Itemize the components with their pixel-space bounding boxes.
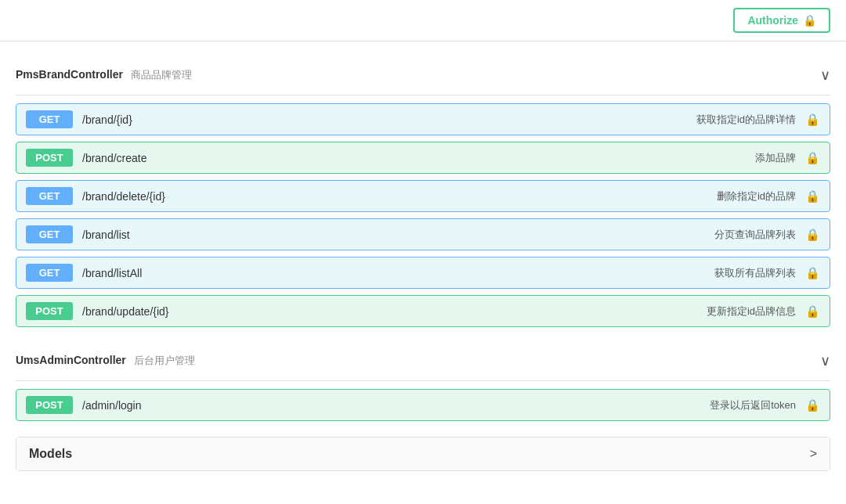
method-badge: POST [26,396,73,414]
lock-icon: 🔒 [803,14,816,27]
endpoint-row[interactable]: GET/brand/listAll获取所有品牌列表🔒 [16,257,830,289]
models-chevron-icon: > [810,447,817,461]
controller-chevron-icon: ∨ [820,352,830,369]
endpoint-path: /brand/update/{id} [82,305,692,318]
models-title: Models [29,447,72,461]
endpoint-lock-icon: 🔒 [805,266,820,280]
endpoint-row[interactable]: GET/brand/{id}获取指定id的品牌详情🔒 [16,103,830,135]
method-badge: GET [26,187,73,205]
controllers-container: PmsBrandController商品品牌管理∨GET/brand/{id}获… [16,57,830,421]
main-content: PmsBrandController商品品牌管理∨GET/brand/{id}获… [0,41,846,487]
endpoint-lock-icon: 🔒 [805,228,820,242]
endpoint-lock-icon: 🔒 [805,113,820,127]
endpoint-path: /brand/{id} [82,113,682,126]
controller-chevron-icon: ∨ [820,67,830,84]
endpoint-path: /admin/login [82,399,696,412]
controller-subtitle: 商品品牌管理 [131,69,192,81]
controller-name: UmsAdminController [16,354,126,366]
controller-section-ums-admin: UmsAdminController后台用户管理∨POST/admin/logi… [16,343,830,421]
endpoint-path: /brand/list [82,229,700,241]
endpoint-desc: 分页查询品牌列表 [714,228,796,242]
endpoint-lock-icon: 🔒 [805,151,820,165]
method-badge: GET [26,110,73,128]
endpoint-row[interactable]: GET/brand/list分页查询品牌列表🔒 [16,218,830,250]
endpoint-row[interactable]: POST/brand/update/{id}更新指定id品牌信息🔒 [16,295,830,327]
endpoint-desc: 获取指定id的品牌详情 [696,113,796,127]
endpoint-desc: 更新指定id品牌信息 [707,304,796,319]
controller-section-pms-brand: PmsBrandController商品品牌管理∨GET/brand/{id}获… [16,57,830,327]
endpoint-lock-icon: 🔒 [805,189,820,203]
controller-header-ums-admin[interactable]: UmsAdminController后台用户管理∨ [16,343,830,381]
controller-name: PmsBrandController [16,68,123,81]
models-header[interactable]: Models > [16,437,830,470]
method-badge: POST [26,149,73,167]
controller-header-pms-brand[interactable]: PmsBrandController商品品牌管理∨ [16,57,830,95]
endpoint-desc: 添加品牌 [755,151,796,165]
endpoint-desc: 登录以后返回token [710,398,796,412]
endpoint-path: /brand/listAll [82,267,700,279]
endpoint-desc: 删除指定id的品牌 [717,189,796,203]
endpoint-lock-icon: 🔒 [805,304,820,319]
controller-subtitle: 后台用户管理 [134,355,195,366]
authorize-label: Authorize [747,14,798,27]
endpoint-row[interactable]: GET/brand/delete/{id}删除指定id的品牌🔒 [16,180,830,212]
endpoint-path: /brand/delete/{id} [82,190,703,203]
endpoint-path: /brand/create [82,152,741,164]
method-badge: GET [26,264,73,282]
endpoint-lock-icon: 🔒 [805,398,820,412]
header: Authorize 🔒 [0,0,846,41]
endpoint-desc: 获取所有品牌列表 [714,266,796,280]
endpoint-row[interactable]: POST/admin/login登录以后返回token🔒 [16,389,830,421]
authorize-button[interactable]: Authorize 🔒 [733,8,830,33]
method-badge: GET [26,225,73,243]
models-section: Models > [16,437,830,471]
method-badge: POST [26,302,73,320]
endpoint-row[interactable]: POST/brand/create添加品牌🔒 [16,142,830,174]
